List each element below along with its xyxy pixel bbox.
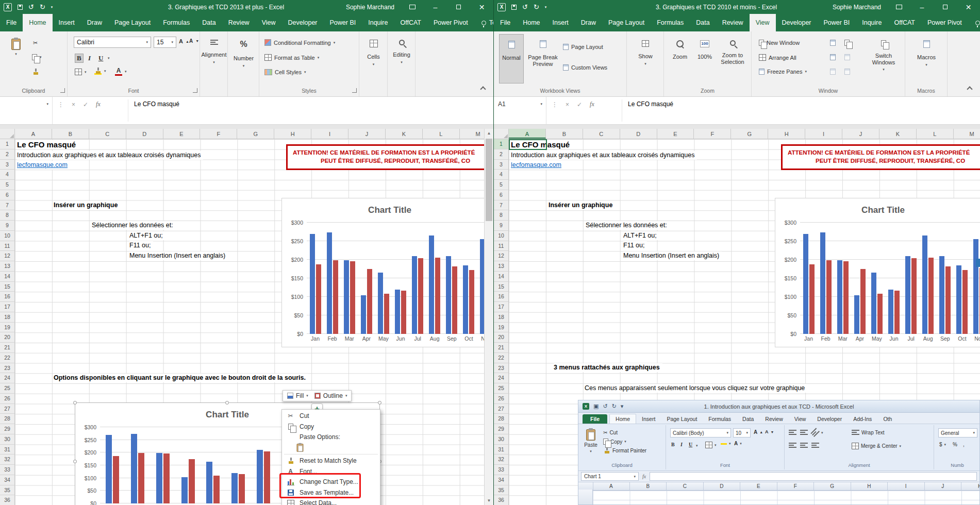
row-header[interactable]: 6 [0, 190, 14, 200]
page-layout-view-button[interactable]: Page Layout [563, 44, 603, 50]
bar-series-1[interactable] [344, 260, 349, 334]
bar-series-1[interactable] [378, 273, 383, 334]
column-header[interactable]: F [694, 129, 731, 139]
row-header[interactable]: 29 [0, 424, 14, 434]
font-size-select[interactable]: 15▾ [154, 37, 176, 48]
bar-series-1[interactable] [956, 265, 961, 334]
row-header[interactable]: 33 [0, 465, 14, 475]
cancel-icon[interactable]: × [72, 101, 75, 108]
bar-series-1[interactable] [922, 235, 927, 334]
cell-a3-link[interactable]: lecfomasque.com [17, 161, 70, 170]
custom-views-button[interactable]: Custom Views [563, 64, 607, 71]
reset-window-position-button[interactable] [844, 69, 850, 75]
cell-a2[interactable]: Introduction aux graphiques et aux table… [511, 151, 697, 160]
column-header[interactable]: I [311, 129, 348, 139]
undo-icon[interactable]: ↺ [28, 4, 34, 10]
row-header[interactable]: 9 [0, 221, 14, 231]
ribbon-tab[interactable]: View [256, 14, 282, 31]
bar-series-2[interactable] [469, 270, 474, 334]
outline-button[interactable]: Outline▾ [314, 392, 347, 399]
column-headers[interactable]: ABCDEFGHIJKLM [15, 129, 484, 139]
bar-series-2[interactable] [877, 294, 883, 334]
bar-series-1[interactable] [429, 235, 434, 334]
row-header[interactable]: 2 [494, 149, 508, 160]
bar-series-1[interactable] [854, 295, 859, 334]
column-header[interactable]: C [89, 129, 126, 139]
bar-series-1[interactable] [327, 232, 332, 334]
column-header[interactable]: B [546, 129, 583, 139]
name-box[interactable]: A1▾ [494, 97, 546, 124]
synchronous-scrolling-button[interactable] [844, 54, 850, 60]
font-name-select[interactable]: Calibri▾ [74, 37, 151, 48]
row-header[interactable]: 14 [494, 272, 508, 282]
column-header[interactable]: C [583, 129, 620, 139]
row-header[interactable]: 20 [0, 332, 14, 343]
column-header[interactable]: K [879, 129, 917, 139]
alignment-button[interactable]: Alignment▾ [201, 33, 227, 90]
bar-series-2[interactable] [113, 456, 119, 503]
row-header[interactable]: 21 [494, 343, 508, 353]
bar-series-1[interactable] [206, 462, 212, 503]
row-header[interactable]: 6 [494, 190, 508, 200]
ribbon-tab[interactable]: Developer [282, 14, 324, 31]
row-header[interactable]: 15 [0, 282, 14, 292]
ribbon-tab[interactable]: Power BI [324, 14, 362, 31]
ribbon-tab[interactable]: File [0, 14, 23, 31]
column-headers[interactable]: ABCDEFGHIJKLM [509, 129, 980, 139]
collapse-ribbon-icon[interactable] [480, 86, 486, 92]
row-header[interactable]: 31 [0, 445, 14, 455]
bar-series-1[interactable] [820, 232, 825, 334]
unhide-button[interactable] [830, 69, 836, 75]
row-header[interactable]: 21 [0, 343, 14, 353]
row-header[interactable]: 30 [0, 434, 14, 445]
minimize-button[interactable]: – [910, 0, 934, 14]
bar-chart[interactable]: Chart Title$0$50$100$150$200$250$300JanF… [281, 198, 494, 347]
row-header[interactable]: 27 [0, 404, 14, 414]
row-header[interactable]: 15 [494, 282, 508, 292]
borders-button[interactable]: ▾ [75, 69, 87, 75]
column-header[interactable]: H [274, 129, 311, 139]
bar-series-2[interactable] [809, 264, 815, 334]
ribbon-tab[interactable]: Formulas [651, 14, 690, 31]
row-header[interactable]: 32 [494, 454, 508, 465]
bar-series-2[interactable] [911, 258, 917, 334]
menu-item-paste-icon[interactable] [282, 443, 380, 453]
row-header[interactable]: 8 [0, 210, 14, 221]
ribbon-tab[interactable]: File [494, 14, 517, 31]
bar-series-2[interactable] [452, 266, 457, 334]
scrollbar-thumb[interactable] [486, 139, 492, 221]
name-box[interactable]: ▾ [0, 97, 53, 124]
row-header[interactable]: 34 [0, 475, 14, 485]
column-header[interactable]: H [768, 129, 805, 139]
bar-series-2[interactable] [843, 261, 849, 334]
bar-series-2[interactable] [384, 294, 389, 334]
maximize-button[interactable] [934, 0, 957, 14]
ribbon-tab[interactable]: Inquire [856, 14, 888, 31]
column-header[interactable]: A [15, 129, 52, 139]
bar-series-2[interactable] [264, 451, 270, 503]
user-name[interactable]: Sophie Marchand [346, 0, 394, 14]
ribbon-tab[interactable]: Insert [546, 14, 575, 31]
bar-series-2[interactable] [962, 270, 968, 334]
column-header[interactable]: F [200, 129, 237, 139]
freeze-panes-button[interactable]: Freeze Panes▾ [759, 69, 807, 75]
bar-series-1[interactable] [463, 265, 468, 334]
underline-button[interactable]: U [98, 54, 103, 62]
bar-series-1[interactable] [361, 295, 366, 334]
ribbon-tab[interactable]: Draw [575, 14, 602, 31]
ribbon-display-options-button[interactable] [887, 0, 910, 14]
row-header[interactable]: 20 [494, 332, 508, 343]
normal-view-button[interactable]: Normal [499, 34, 524, 83]
close-button[interactable]: ✕ [957, 0, 980, 14]
column-header[interactable]: L [917, 129, 954, 139]
hide-button[interactable] [830, 54, 836, 60]
row-header[interactable]: 34 [494, 475, 508, 485]
row-header[interactable]: 4 [494, 170, 508, 180]
bar-series-2[interactable] [401, 291, 406, 334]
row-header[interactable]: 23 [494, 363, 508, 374]
zoom-100-button[interactable]: 100100% [693, 34, 717, 83]
bar-series-1[interactable] [837, 260, 842, 334]
bar-series-2[interactable] [213, 476, 220, 503]
bar-series-2[interactable] [826, 260, 832, 334]
editing-button[interactable]: Editing▾ [389, 33, 414, 90]
